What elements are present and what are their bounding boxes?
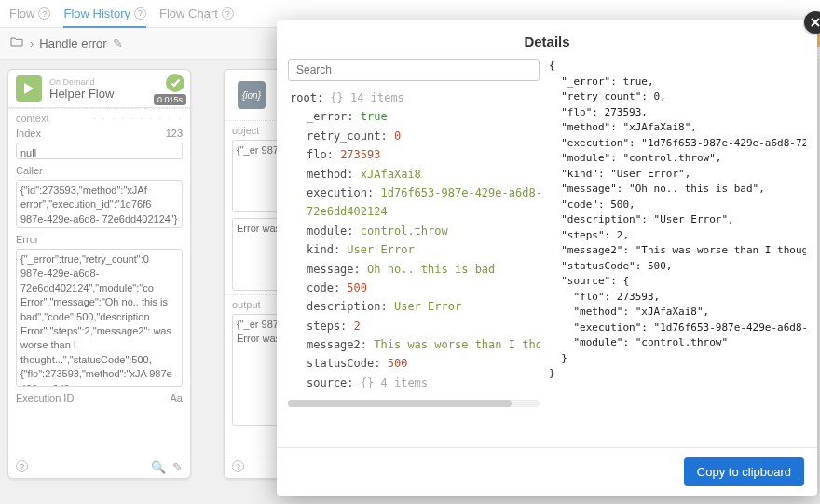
tree-item[interactable]: _error: true — [290, 107, 540, 126]
close-button[interactable] — [804, 11, 820, 34]
tree-item[interactable]: code: 500 — [290, 279, 540, 297]
tree-item[interactable]: flo: 273593 — [290, 145, 540, 164]
tree-item[interactable]: message2: This was worse than I thought.… — [290, 335, 540, 354]
tree-item[interactable]: steps: 2 — [290, 317, 540, 335]
search-input[interactable] — [288, 59, 540, 81]
tree-item[interactable]: statusCode: 500 — [290, 354, 540, 373]
raw-json[interactable]: { "_error": true, "retry_count": 0, "flo… — [549, 59, 806, 440]
copy-to-clipboard-button[interactable]: Copy to clipboard — [684, 457, 804, 486]
modal-title: Details — [277, 20, 817, 59]
tree-item[interactable]: module: control.throw — [290, 222, 540, 240]
tree-item[interactable]: method: xJAfaXai8 — [290, 165, 540, 184]
tree-item[interactable]: execution: 1d76f653-987e-429e-a6d8- — [290, 184, 540, 202]
tree-item[interactable]: retry_count: 0 — [290, 127, 540, 145]
details-modal: Details root: {} 14 items _error: truere… — [277, 20, 817, 496]
tree-item[interactable]: message: Oh no.. this is bad — [290, 260, 540, 279]
tree-item[interactable]: description: User Error — [290, 297, 540, 316]
tree-item[interactable]: 72e6dd402124 — [290, 202, 540, 221]
json-tree[interactable]: root: {} 14 items _error: trueretry_coun… — [288, 89, 540, 392]
tree-item[interactable]: kind: User Error — [290, 240, 540, 259]
close-icon — [810, 17, 820, 28]
tree-item[interactable]: source: {} 4 items — [290, 374, 540, 392]
horizontal-scrollbar[interactable] — [288, 400, 540, 407]
tree-root[interactable]: root: — [290, 91, 323, 104]
